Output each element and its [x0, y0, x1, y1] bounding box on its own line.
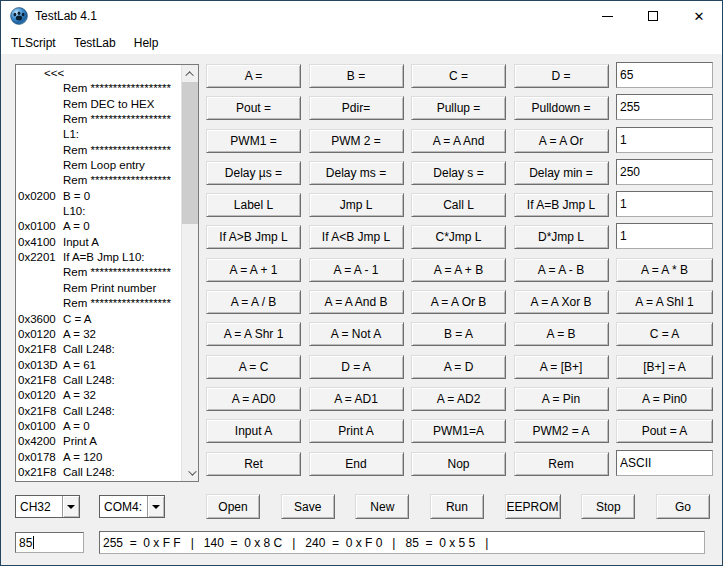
save-button[interactable]: Save [281, 494, 335, 519]
grid-button-pwm-2[interactable]: PWM 2 = [309, 129, 404, 153]
grid-button-pwm2-a[interactable]: PWM2 = A [514, 419, 609, 443]
eeprom-button[interactable]: EEPROM [505, 494, 561, 519]
listing-line[interactable]: L1: [16, 127, 181, 142]
grid-button-a[interactable]: A = [206, 64, 301, 88]
grid-button-delay-min[interactable]: Delay min = [514, 161, 609, 185]
grid-button-c[interactable]: C = [411, 64, 506, 88]
listing-line[interactable]: 0x0120A = 32 [16, 327, 181, 342]
grid-button-a-d[interactable]: A = D [411, 355, 506, 379]
listing-line[interactable]: Rem Print number [16, 281, 181, 296]
grid-button-end[interactable]: End [309, 452, 404, 476]
listing-line[interactable]: 0x0200B = 0 [16, 189, 181, 204]
grid-button-a-pin[interactable]: A = Pin [514, 387, 609, 411]
grid-button-a-a-plus-b[interactable]: A = A + B [411, 258, 506, 282]
grid-button-a-a-and-b[interactable]: A = A And B [309, 290, 404, 314]
grid-button-delay-s[interactable]: Delay s = [411, 161, 506, 185]
device-select[interactable]: CH32 [15, 495, 80, 518]
listing-line[interactable]: Rem ****************** [16, 265, 181, 280]
grid-button-pdir[interactable]: Pdir= [309, 96, 404, 120]
grid-button-b-a[interactable]: B = A [411, 322, 506, 346]
new-button[interactable]: New [355, 494, 409, 519]
listing-line[interactable]: Rem DEC to HEX [16, 97, 181, 112]
ascii-input[interactable] [616, 450, 713, 476]
delay-value-input[interactable] [616, 159, 713, 185]
listing-line[interactable]: Rem ****************** [16, 296, 181, 311]
grid-button-a-a-div-b[interactable]: A = A / B [206, 290, 301, 314]
grid-button-c-a[interactable]: C = A [616, 322, 713, 346]
grid-button-pout[interactable]: Pout = [206, 96, 301, 120]
listing-line[interactable]: 0x0120A = 32 [16, 388, 181, 403]
listing-line[interactable]: L10: [16, 204, 181, 219]
listing-line[interactable]: 0x4200Print A [16, 434, 181, 449]
grid-button-a-not-a[interactable]: A = Not A [309, 322, 404, 346]
grid-button-ret[interactable]: Ret [206, 452, 301, 476]
grid-button-a-ad2[interactable]: A = AD2 [411, 387, 506, 411]
scroll-down-button[interactable] [182, 464, 199, 481]
listing-line[interactable]: 0x21F8Call L248: [16, 465, 181, 480]
grid-button-pwm1-a[interactable]: PWM1=A [411, 419, 506, 443]
grid-button-b[interactable]: B = [309, 64, 404, 88]
pwm-logic-value-input[interactable] [616, 127, 713, 153]
grid-button-a-a-or[interactable]: A = A Or [514, 129, 609, 153]
label-number-input[interactable] [616, 191, 713, 217]
port-value-input[interactable] [616, 94, 713, 120]
grid-button-a-b[interactable]: A = B [514, 322, 609, 346]
listing-line[interactable]: 0x0100A = 0 [16, 219, 181, 234]
listing-line[interactable]: 0x0178A = 120 [16, 450, 181, 465]
grid-button-a-a-shr-1[interactable]: A = A Shr 1 [206, 322, 301, 346]
grid-button-pullup[interactable]: Pullup = [411, 96, 506, 120]
menu-testlab[interactable]: TestLab [65, 33, 125, 53]
hex-output-box[interactable]: 255 = 0 x F F | 140 = 0 x 8 C | 240 = 0 … [99, 531, 705, 554]
listing-line[interactable]: <<< [16, 66, 181, 81]
com-port-select-dropdown-button[interactable] [147, 496, 164, 517]
grid-button-jmp-l[interactable]: Jmp L [309, 193, 404, 217]
grid-button-a-ad0[interactable]: A = AD0 [206, 387, 301, 411]
grid-button-a-a-shl-1[interactable]: A = A Shl 1 [616, 290, 713, 314]
listing-line[interactable]: Rem ****************** [16, 81, 181, 96]
grid-button-label-l[interactable]: Label L [206, 193, 301, 217]
listing-line[interactable]: Rem ****************** [16, 112, 181, 127]
grid-button-a-c[interactable]: A = C [206, 355, 301, 379]
grid-button-a-a-xor-b[interactable]: A = A Xor B [514, 290, 609, 314]
grid-button-a-a-and[interactable]: A = A And [411, 129, 506, 153]
grid-button-a-a-plus-1[interactable]: A = A + 1 [206, 258, 301, 282]
grid-button-if-a-gt-b-jmp-l[interactable]: If A>B Jmp L [206, 225, 301, 249]
com-port-select[interactable]: COM4: [99, 495, 165, 518]
grid-button-a-ad1[interactable]: A = AD1 [309, 387, 404, 411]
listing-line[interactable]: 0x4100Input A [16, 235, 181, 250]
scrollbar-thumb[interactable] [182, 82, 199, 224]
grid-button-a-a-or-b[interactable]: A = A Or B [411, 290, 506, 314]
grid-button-c-mul-jmp-l[interactable]: C*Jmp L [411, 225, 506, 249]
register-value-input[interactable] [616, 62, 713, 88]
listing-line[interactable]: 0x21F8Call L248: [16, 404, 181, 419]
run-button[interactable]: Run [430, 494, 484, 519]
grid-button-a-pin0[interactable]: A = Pin0 [616, 387, 713, 411]
grid-button-a-a-minus-b[interactable]: A = A - B [514, 258, 609, 282]
listing-line[interactable]: 0x0100A = 0 [16, 419, 181, 434]
go-button[interactable]: Go [656, 494, 710, 519]
grid-button-print-a[interactable]: Print A [309, 419, 404, 443]
grid-button-pout-a[interactable]: Pout = A [616, 419, 713, 443]
listing-line[interactable]: Rem Loop entry [16, 158, 181, 173]
open-button[interactable]: Open [206, 494, 260, 519]
listing-line[interactable]: 0x3600C = A [16, 312, 181, 327]
decimal-entry-input[interactable]: 85 [15, 532, 84, 553]
grid-button-call-l[interactable]: Call L [411, 193, 506, 217]
grid-button-rem[interactable]: Rem [514, 452, 609, 476]
menu-tlscript[interactable]: TLScript [2, 33, 65, 53]
grid-button-if-a-b-jmp-l[interactable]: If A=B Jmp L [514, 193, 609, 217]
grid-button-input-a[interactable]: Input A [206, 419, 301, 443]
listing-line[interactable]: Rem ****************** [16, 143, 181, 158]
grid-button-a-b[interactable]: A = [B+] [514, 355, 609, 379]
grid-button-d-mul-jmp-l[interactable]: D*Jmp L [514, 225, 609, 249]
maximize-button[interactable] [630, 1, 676, 31]
device-select-dropdown-button[interactable] [62, 496, 79, 517]
listing-scrollbar[interactable] [181, 65, 198, 481]
close-button[interactable]: ✕ [676, 1, 722, 31]
menu-help[interactable]: Help [125, 33, 168, 53]
listing-line[interactable]: 0x21F8Call L248: [16, 342, 181, 357]
stop-button[interactable]: Stop [581, 494, 635, 519]
grid-button-b-a[interactable]: [B+] = A [616, 355, 713, 379]
grid-button-delay-us[interactable]: Delay µs = [206, 161, 301, 185]
grid-button-a-a-mul-b[interactable]: A = A * B [616, 258, 713, 282]
